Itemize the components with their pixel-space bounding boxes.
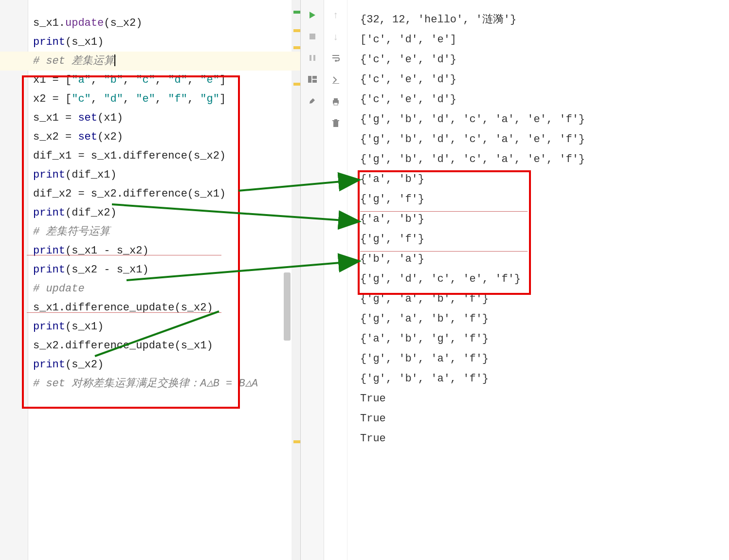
run-icon[interactable]: [307, 10, 318, 20]
output-line: {'a', 'b'}: [360, 209, 724, 229]
output-line: {'g', 'b', 'a', 'f'}: [360, 349, 724, 369]
code-line: s_x2.difference_update(s_x1): [33, 336, 300, 355]
trash-icon[interactable]: [332, 119, 340, 131]
output-line: {'g', 'f'}: [360, 189, 724, 209]
output-line: {'c', 'e', 'd'}: [360, 90, 724, 109]
svg-rect-4: [308, 76, 311, 83]
code-line: dif_x2 = s_x2.difference(s_x1): [33, 184, 300, 203]
output-line: {'g', 'b', 'd', 'c', 'a', 'e', 'f'}: [360, 109, 724, 129]
output-line: True: [360, 389, 724, 409]
svg-marker-0: [310, 12, 315, 18]
layout-icon[interactable]: [307, 74, 318, 85]
output-line: {'g', 'a', 'b', 'f'}: [360, 289, 724, 309]
output-line: {'c', 'e', 'd'}: [360, 50, 724, 70]
pause-icon[interactable]: [307, 53, 318, 63]
output-line: {'c', 'e', 'd'}: [360, 70, 724, 90]
svg-rect-3: [313, 55, 315, 61]
pin-icon[interactable]: [307, 95, 318, 106]
code-line: print(dif_x2): [33, 203, 300, 222]
svg-rect-8: [334, 98, 338, 100]
annotation-divider: [360, 211, 528, 212]
output-line: {'b', 'a'}: [360, 249, 724, 269]
code-comment: # update: [33, 279, 300, 298]
output-line: True: [360, 409, 724, 429]
output-line: {'a', 'b'}: [360, 169, 724, 189]
output-line: {'a', 'b', 'g', 'f'}: [360, 329, 724, 349]
code-line: s_x1.difference_update(s_x2): [33, 298, 300, 317]
output-line: True: [360, 429, 724, 449]
code-line: x1 = ["a", "b", "c", "d", "e"]: [33, 71, 300, 90]
output-line: {'g', 'b', 'd', 'c', 'a', 'e', 'f'}: [360, 129, 724, 149]
svg-rect-11: [332, 120, 339, 121]
output-line: {'g', 'f'}: [360, 229, 724, 249]
code-line: s_x1 = set(x1): [33, 108, 300, 127]
code-comment: # 差集符号运算: [33, 222, 300, 241]
code-line: s_x2 = set(x2): [33, 127, 300, 146]
output-line: {'g', 'b', 'd', 'c', 'a', 'e', 'f'}: [360, 149, 724, 169]
code-line: x2 = ["c", "d", "e", "f", "g"]: [33, 90, 300, 108]
output-line: {32, 12, 'hello', '涟漪'}: [360, 10, 724, 30]
code-line: print(s_x1): [33, 33, 300, 52]
text-cursor: [114, 54, 115, 66]
arrow-up-icon[interactable]: ↑: [332, 10, 338, 21]
code-line: print(s_x1 - s_x2): [33, 241, 300, 260]
svg-rect-5: [312, 76, 317, 79]
run-toolbar-right: ↑ ↓: [324, 0, 347, 560]
arrow-down-icon[interactable]: ↓: [332, 32, 338, 43]
stop-icon[interactable]: [307, 31, 318, 42]
output-line: ['c', 'd', 'e']: [360, 30, 724, 50]
wrap-icon[interactable]: [331, 54, 340, 65]
run-toolbar-left: [301, 0, 324, 560]
print-icon[interactable]: [331, 97, 340, 108]
code-comment: # set 对称差集运算满足交换律：A△B = B△A: [33, 374, 300, 393]
output-line: {'g', 'd', 'c', 'e', 'f'}: [360, 269, 724, 289]
code-comment: # set 差集运算: [33, 55, 114, 67]
svg-rect-12: [334, 119, 337, 120]
code-line: print(s_x2): [33, 355, 300, 374]
svg-rect-9: [334, 103, 338, 105]
code-line: print(s_x2 - s_x1): [33, 260, 300, 279]
svg-rect-1: [310, 34, 315, 39]
svg-rect-6: [312, 80, 317, 83]
code-line: dif_x1 = s_x1.difference(s_x2): [33, 146, 300, 165]
code-line: print(s_x1): [33, 317, 300, 336]
svg-rect-2: [310, 55, 311, 61]
scroll-to-end-icon[interactable]: [331, 75, 340, 87]
code-area[interactable]: s_x1.update(s_x2) print(s_x1) # set 差集运算…: [0, 5, 300, 393]
output-line: {'g', 'a', 'b', 'f'}: [360, 309, 724, 329]
svg-rect-10: [333, 121, 338, 127]
annotation-divider: [360, 251, 528, 252]
code-line: print(dif_x1): [33, 165, 300, 184]
console-output-pane[interactable]: {32, 12, 'hello', '涟漪'} ['c', 'd', 'e'] …: [347, 0, 729, 560]
code-editor-pane[interactable]: s_x1.update(s_x2) print(s_x1) # set 差集运算…: [0, 0, 301, 560]
code-line: s_x1.update(s_x2): [33, 14, 300, 33]
output-line: {'g', 'b', 'a', 'f'}: [360, 369, 724, 389]
